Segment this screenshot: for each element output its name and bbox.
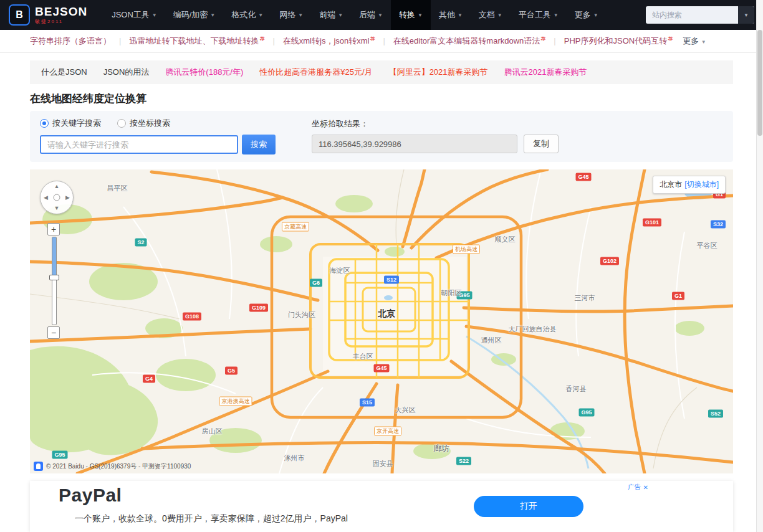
- zoom-in-button[interactable]: +: [47, 223, 60, 235]
- topnav-item[interactable]: 转换▼: [391, 0, 431, 30]
- topnav-item-label: 编码/加密: [173, 9, 208, 21]
- subnav-more[interactable]: 更多 ▼: [683, 36, 706, 47]
- map-pan-control[interactable]: ▲ ▼ ◀ ▶: [40, 181, 74, 214]
- scrollbar-thumb[interactable]: [757, 30, 762, 136]
- ad-open-button[interactable]: 打开: [474, 496, 583, 517]
- hot-badge: 荐: [668, 36, 673, 42]
- subnav-list: 字符串排序（多语言）|迅雷地址转下载地址、下载地址转换荐|在线xml转js，js…: [30, 36, 706, 47]
- pan-up-icon[interactable]: ▲: [54, 184, 60, 189]
- chevron-down-icon: ▼: [458, 12, 463, 18]
- quicklinks: 什么是JSONJSON的用法腾讯云特价(188元/年)性价比超高香港服务器¥25…: [30, 60, 733, 84]
- topnav-item-label: 转换: [399, 9, 415, 21]
- pan-down-icon[interactable]: ▼: [54, 206, 60, 211]
- search-mode-radios: 按关键字搜索 按坐标搜索: [40, 117, 276, 130]
- topnav-item[interactable]: JSON工具▼: [103, 0, 165, 30]
- hot-badge: 荐: [370, 36, 375, 42]
- keyword-search-row: 搜索: [40, 135, 276, 154]
- topnav-item[interactable]: 前端▼: [311, 0, 351, 30]
- pan-right-icon[interactable]: ▶: [65, 195, 70, 201]
- quick-link[interactable]: 性价比超高香港服务器¥25元/月: [259, 67, 372, 78]
- result-label: 坐标拾取结果：: [312, 118, 559, 130]
- subnav: 字符串排序（多语言）|迅雷地址转下载地址、下载地址转换荐|在线xml转js，js…: [0, 30, 763, 53]
- site-search: ▼: [646, 6, 754, 24]
- topnav-item-label: 平台工具: [519, 9, 551, 21]
- topnav-item[interactable]: 其他▼: [431, 0, 471, 30]
- topnav-item[interactable]: 后端▼: [351, 0, 391, 30]
- topnav-item-label: 文档: [479, 9, 495, 21]
- page-title: 在线地图经纬度定位换算: [30, 92, 733, 106]
- topnav-item-label: JSON工具: [112, 9, 150, 21]
- chevron-down-icon: ▼: [593, 12, 598, 18]
- map-roads-svg: [30, 169, 733, 473]
- radio-search-by-coord[interactable]: 按坐标搜索: [117, 118, 170, 129]
- keyword-input[interactable]: [40, 135, 238, 154]
- map-attribution: © 2021 Baidu - GS(2019)6379号 - 甲测资字11009…: [34, 462, 191, 471]
- chevron-down-icon: ▼: [210, 12, 215, 18]
- topnav-menu: JSON工具▼编码/加密▼格式化▼网络▼前端▼后端▼转换▼其他▼文档▼平台工具▼…: [103, 0, 606, 30]
- zoom-slider-track[interactable]: [52, 237, 57, 325]
- chevron-down-icon: ▼: [152, 12, 157, 18]
- page-scrollbar[interactable]: [756, 0, 763, 532]
- current-city-label: 北京市: [660, 180, 682, 189]
- divider: |: [272, 36, 274, 45]
- result-group: 坐标拾取结果： 复制: [312, 117, 559, 154]
- chevron-down-icon: ▼: [298, 12, 303, 18]
- chevron-down-icon: ▼: [338, 12, 343, 18]
- quick-link[interactable]: 腾讯云特价(188元/年): [165, 67, 243, 78]
- topbar: B BEJSON 敏捷2011 JSON工具▼编码/加密▼格式化▼网络▼前端▼后…: [0, 0, 763, 30]
- divider: |: [554, 36, 555, 45]
- pan-center-icon[interactable]: [54, 194, 60, 201]
- hot-badge: 荐: [259, 36, 264, 42]
- zoom-slider-handle[interactable]: [49, 275, 59, 280]
- site-search-input[interactable]: [646, 11, 738, 19]
- coordinate-result-input[interactable]: [312, 135, 517, 153]
- subnav-link[interactable]: PHP序列化和JSON代码互转荐: [564, 36, 673, 47]
- ad-banner[interactable]: PayPal 一个账户，收款全球。0费用开户，享卖家保障，超过2亿用户，PayP…: [30, 481, 733, 532]
- map-city-control: 北京市[切换城市]: [653, 176, 726, 194]
- subnav-link[interactable]: 在线editor富文本编辑器转markdown语法荐: [393, 36, 546, 47]
- ad-label: 广告: [628, 483, 641, 492]
- quick-link[interactable]: 什么是JSON: [41, 67, 87, 78]
- quick-link[interactable]: 腾讯云2021新春采购节: [504, 67, 587, 78]
- topnav-item-label: 其他: [439, 9, 455, 21]
- map-copyright-text: © 2021 Baidu - GS(2019)6379号 - 甲测资字11009…: [46, 462, 191, 471]
- bejson-logo-icon: B: [9, 4, 30, 26]
- zoom-out-button[interactable]: −: [47, 326, 60, 339]
- topnav-item[interactable]: 更多▼: [567, 0, 607, 30]
- topnav-item[interactable]: 平台工具▼: [511, 0, 567, 30]
- subnav-link[interactable]: 在线xml转js，json转xml荐: [283, 36, 375, 47]
- radio-selected-icon: [40, 119, 49, 128]
- topnav-item[interactable]: 编码/加密▼: [165, 0, 224, 30]
- radio-search-by-keyword[interactable]: 按关键字搜索: [40, 118, 101, 129]
- tool-panel: 按关键字搜索 按坐标搜索 搜索 坐标拾取结果： 复制: [30, 111, 733, 162]
- quick-link[interactable]: 【阿里云】2021新春采购节: [389, 67, 488, 78]
- topnav-item-label: 前端: [319, 9, 335, 21]
- search-button[interactable]: 搜索: [242, 135, 276, 154]
- subnav-link[interactable]: 字符串排序（多语言）: [30, 36, 111, 47]
- chevron-down-icon: ▼: [701, 39, 706, 45]
- bejson-logo[interactable]: B BEJSON 敏捷2011: [9, 4, 87, 26]
- switch-city-link[interactable]: [切换城市]: [684, 180, 719, 189]
- radio-unselected-icon: [117, 119, 126, 128]
- chevron-down-icon: ▼: [378, 12, 383, 18]
- copy-button[interactable]: 复制: [524, 135, 559, 153]
- topnav-item[interactable]: 文档▼: [471, 0, 511, 30]
- ad-tag: 广告 ✕: [628, 483, 648, 492]
- topnav-item-label: 格式化: [231, 9, 256, 21]
- map-canvas[interactable]: 昌平区顺义区平谷区海淀区朝阳区门头沟区丰台区通州区大兴区房山区三河市大厂回族自治…: [30, 169, 733, 473]
- ad-close-icon[interactable]: ✕: [643, 484, 648, 491]
- quick-link[interactable]: JSON的用法: [103, 67, 150, 78]
- hot-badge: 荐: [540, 36, 545, 42]
- baidu-map-logo-icon: [34, 462, 43, 471]
- radio-coord-label: 按坐标搜索: [130, 118, 170, 129]
- site-search-dropdown[interactable]: ▼: [738, 6, 754, 24]
- zoom-slider-fill: [52, 237, 56, 277]
- topnav-item[interactable]: 网络▼: [271, 0, 311, 30]
- search-group: 按关键字搜索 按坐标搜索 搜索: [40, 117, 276, 154]
- subnav-link[interactable]: 迅雷地址转下载地址、下载地址转换荐: [129, 36, 264, 47]
- chevron-down-icon: ▼: [497, 12, 502, 18]
- chevron-down-icon: ▼: [554, 12, 559, 18]
- topnav-item[interactable]: 格式化▼: [223, 0, 271, 30]
- topnav-item-label: 后端: [359, 9, 375, 21]
- pan-left-icon[interactable]: ◀: [44, 195, 48, 201]
